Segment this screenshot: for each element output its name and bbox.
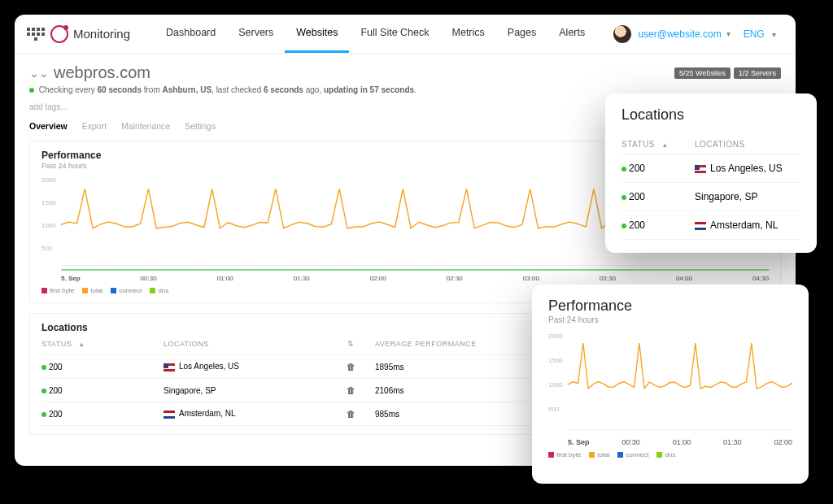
status-dot-icon [621, 167, 626, 172]
collapse-icon[interactable]: ⌄⌄ [29, 67, 49, 80]
user-menu[interactable]: user@website.com ▾ [613, 25, 735, 43]
status-dot-icon [621, 195, 626, 200]
popover-subtitle: Past 24 hours [548, 315, 792, 324]
table-header: STATUS▴ LOCATIONS [621, 135, 800, 154]
nav-tab-full-site-check[interactable]: Full Site Check [349, 15, 440, 53]
logo-icon [50, 25, 68, 43]
nav-tab-dashboard[interactable]: Dashboard [155, 15, 227, 53]
status-dot-icon [41, 412, 46, 417]
popover-title: Locations [621, 106, 800, 124]
chevron-down-icon: ▾ [772, 30, 776, 39]
nav-tab-pages[interactable]: Pages [496, 15, 547, 53]
quota-badges: 5/25 Websites 1/2 Servers [674, 67, 781, 79]
language-switcher[interactable]: ENG ▾ [744, 28, 781, 40]
subtab-settings[interactable]: Settings [185, 121, 216, 131]
site-title: webpros.com [54, 63, 150, 82]
table-row[interactable]: 200Amsterdam, NL [621, 211, 800, 240]
flag-icon [164, 411, 175, 419]
chevron-down-icon: ▾ [726, 29, 731, 38]
apps-grid-icon[interactable] [26, 27, 46, 41]
x-axis: 5. Sep00:3001:0001:3002:00 [568, 438, 792, 446]
trash-icon[interactable]: 🗑 [347, 362, 355, 371]
status-dot-icon [41, 365, 46, 370]
popover-title: Performance [548, 298, 792, 315]
subtab-export[interactable]: Export [82, 121, 107, 131]
trash-icon[interactable]: 🗑 [347, 409, 355, 419]
time-scrubber[interactable] [61, 269, 769, 271]
chart-svg [568, 332, 792, 430]
nav-tab-servers[interactable]: Servers [227, 15, 285, 53]
locations-popover: Locations STATUS▴ LOCATIONS 200Los Angel… [605, 93, 817, 253]
badge-servers: 1/2 Servers [734, 67, 781, 79]
subtab-overview[interactable]: Overview [29, 121, 68, 131]
table-row[interactable]: 200Singapore, SP [621, 183, 800, 211]
status-dot-icon [621, 224, 626, 228]
mini-chart[interactable]: 2000 1500 1000 500 5. Sep00:3001:0001:30… [548, 332, 792, 446]
sort-icon[interactable]: ⇅ [326, 340, 375, 348]
badge-websites: 5/25 Websites [674, 67, 731, 79]
flag-icon [695, 222, 706, 230]
subtab-maintenance[interactable]: Maintenance [121, 121, 170, 131]
x-axis: 5. Sep00:3001:0001:3002:0002:3003:0003:3… [61, 275, 769, 282]
nav-tab-alerts[interactable]: Alerts [547, 15, 596, 53]
table-row[interactable]: 200Los Angeles, US [621, 154, 800, 183]
nav-tabs: DashboardServersWebsitesFull Site CheckM… [155, 15, 596, 53]
nav-tab-websites[interactable]: Websites [285, 15, 349, 53]
sort-caret-icon[interactable]: ▴ [663, 141, 668, 149]
sort-caret-icon[interactable]: ▴ [80, 340, 85, 348]
avatar [613, 25, 631, 43]
chart-legend: first byte total connect dns [548, 451, 792, 458]
trash-icon[interactable]: 🗑 [347, 385, 355, 395]
flag-icon [695, 165, 706, 173]
status-dot-icon [29, 88, 34, 93]
top-nav: Monitoring DashboardServersWebsitesFull … [15, 15, 796, 54]
nav-tab-metrics[interactable]: Metrics [441, 15, 496, 53]
brand-text: Monitoring [73, 27, 130, 41]
brand[interactable]: Monitoring [50, 25, 130, 43]
flag-icon [164, 363, 175, 371]
status-dot-icon [41, 389, 46, 393]
performance-popover: Performance Past 24 hours 2000 1500 1000… [532, 285, 809, 484]
user-email: user@website.com [638, 28, 721, 40]
